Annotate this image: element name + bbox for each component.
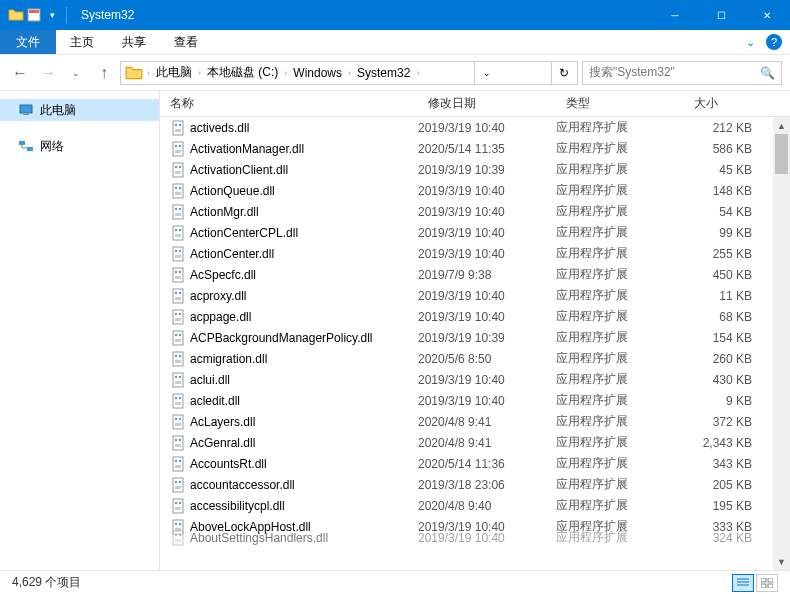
file-row[interactable]: accessibilitycpl.dll2020/4/8 9:40应用程序扩展1…	[160, 495, 790, 516]
file-row[interactable]: acppage.dll2019/3/19 10:40应用程序扩展68 KB	[160, 306, 790, 327]
tab-home[interactable]: 主页	[56, 30, 108, 54]
dropdown-icon[interactable]: ⌄	[474, 62, 498, 84]
file-row[interactable]: ACPBackgroundManagerPolicy.dll2019/3/19 …	[160, 327, 790, 348]
svg-rect-61	[175, 402, 181, 405]
breadcrumb[interactable]: System32	[353, 62, 414, 84]
file-row[interactable]: acmigration.dll2020/5/6 8:50应用程序扩展260 KB	[160, 348, 790, 369]
dll-file-icon	[170, 204, 186, 220]
file-row[interactable]: ActionMgr.dll2019/3/19 10:40应用程序扩展54 KB	[160, 201, 790, 222]
refresh-icon[interactable]: ↻	[551, 62, 575, 84]
chevron-right-icon[interactable]: ›	[282, 68, 289, 78]
file-date: 2019/3/19 10:40	[418, 531, 556, 545]
chevron-right-icon[interactable]: ›	[414, 68, 421, 78]
file-size: 586 KB	[684, 142, 756, 156]
file-row[interactable]: accountaccessor.dll2019/3/18 23:06应用程序扩展…	[160, 474, 790, 495]
svg-rect-77	[175, 486, 181, 489]
qat-dropdown-icon[interactable]: ▾	[44, 7, 60, 23]
breadcrumb[interactable]: 此电脑	[152, 62, 196, 84]
nav-item-label: 此电脑	[40, 102, 76, 119]
tab-view[interactable]: 查看	[160, 30, 212, 54]
file-size: 430 KB	[684, 373, 756, 387]
file-row[interactable]: acproxy.dll2019/3/19 10:40应用程序扩展11 KB	[160, 285, 790, 306]
svg-point-44	[179, 312, 181, 314]
svg-point-12	[179, 144, 181, 146]
search-icon[interactable]: 🔍	[760, 66, 775, 80]
file-row[interactable]: AccountsRt.dll2020/5/14 11:36应用程序扩展343 K…	[160, 453, 790, 474]
svg-rect-89	[175, 539, 181, 542]
file-row[interactable]: ActionQueue.dll2019/3/19 10:40应用程序扩展148 …	[160, 180, 790, 201]
dll-file-icon	[170, 141, 186, 157]
svg-point-7	[175, 123, 177, 125]
file-name: activeds.dll	[190, 121, 249, 135]
search-input[interactable]: 搜索"System32" 🔍	[582, 61, 782, 85]
breadcrumb[interactable]: 本地磁盘 (C:)	[203, 62, 282, 84]
folder-icon	[125, 64, 143, 82]
scroll-up-icon[interactable]: ▲	[773, 117, 790, 134]
nav-network[interactable]: 网络	[0, 135, 159, 157]
recent-locations-icon[interactable]: ⌄	[64, 61, 88, 85]
back-button[interactable]: ←	[8, 61, 32, 85]
file-row[interactable]: AboutSettingsHandlers.dll2019/3/19 10:40…	[160, 527, 790, 548]
file-type: 应用程序扩展	[556, 266, 684, 283]
svg-rect-69	[175, 444, 181, 447]
file-row[interactable]: activeds.dll2019/3/19 10:40应用程序扩展212 KB	[160, 117, 790, 138]
maximize-button[interactable]: ☐	[698, 0, 744, 30]
nav-this-pc[interactable]: 此电脑	[0, 99, 159, 121]
breadcrumb[interactable]: Windows	[289, 62, 346, 84]
properties-icon[interactable]	[26, 7, 42, 23]
search-placeholder: 搜索"System32"	[589, 64, 675, 81]
scrollbar-thumb[interactable]	[775, 134, 788, 174]
up-button[interactable]: ↑	[92, 61, 116, 85]
svg-point-39	[175, 291, 177, 293]
chevron-right-icon[interactable]: ›	[346, 68, 353, 78]
file-name: ActionCenter.dll	[190, 247, 274, 261]
svg-rect-73	[175, 465, 181, 468]
minimize-button[interactable]: ─	[652, 0, 698, 30]
svg-rect-14	[173, 163, 183, 177]
svg-point-59	[175, 396, 177, 398]
tab-share[interactable]: 共享	[108, 30, 160, 54]
file-row[interactable]: ActivationManager.dll2020/5/14 11:35应用程序…	[160, 138, 790, 159]
forward-button[interactable]: →	[36, 61, 60, 85]
file-row[interactable]: AcLayers.dll2020/4/8 9:41应用程序扩展372 KB	[160, 411, 790, 432]
file-list[interactable]: activeds.dll2019/3/19 10:40应用程序扩展212 KBA…	[160, 117, 790, 570]
column-date[interactable]: 修改日期	[418, 95, 556, 112]
large-icons-view-button[interactable]	[756, 574, 778, 592]
dll-file-icon	[170, 435, 186, 451]
column-size[interactable]: 大小	[684, 95, 756, 112]
status-bar: 4,629 个项目	[0, 570, 790, 594]
vertical-scrollbar[interactable]: ▲ ▼	[773, 117, 790, 570]
dll-file-icon	[170, 330, 186, 346]
file-size: 343 KB	[684, 457, 756, 471]
ribbon-expand-icon[interactable]: ⌄	[738, 30, 762, 54]
file-row[interactable]: AcGenral.dll2020/4/8 9:41应用程序扩展2,343 KB	[160, 432, 790, 453]
details-view-button[interactable]	[732, 574, 754, 592]
close-button[interactable]: ✕	[744, 0, 790, 30]
scrollbar-track[interactable]	[773, 134, 790, 553]
chevron-right-icon[interactable]: ›	[145, 68, 152, 78]
file-row[interactable]: ActivationClient.dll2019/3/19 10:39应用程序扩…	[160, 159, 790, 180]
file-type: 应用程序扩展	[556, 329, 684, 346]
column-type[interactable]: 类型	[556, 95, 684, 112]
file-tab[interactable]: 文件	[0, 30, 56, 54]
file-row[interactable]: acledit.dll2019/3/19 10:40应用程序扩展9 KB	[160, 390, 790, 411]
svg-point-28	[179, 228, 181, 230]
file-row[interactable]: aclui.dll2019/3/19 10:40应用程序扩展430 KB	[160, 369, 790, 390]
file-row[interactable]: ActionCenterCPL.dll2019/3/19 10:40应用程序扩展…	[160, 222, 790, 243]
window-title: System32	[71, 8, 652, 22]
svg-point-55	[175, 375, 177, 377]
column-name[interactable]: 名称	[160, 95, 418, 112]
address-bar[interactable]: › 此电脑 › 本地磁盘 (C:) › Windows › System32 ›…	[120, 61, 578, 85]
dll-file-icon	[170, 351, 186, 367]
file-row[interactable]: AcSpecfc.dll2019/7/9 9:38应用程序扩展450 KB	[160, 264, 790, 285]
file-list-panel: 名称 修改日期 类型 大小 activeds.dll2019/3/19 10:4…	[160, 91, 790, 570]
help-icon[interactable]: ?	[766, 34, 782, 50]
file-name: accountaccessor.dll	[190, 478, 295, 492]
item-count: 4,629 个项目	[12, 574, 81, 591]
this-pc-icon	[18, 102, 34, 118]
svg-rect-26	[173, 226, 183, 240]
scroll-down-icon[interactable]: ▼	[773, 553, 790, 570]
file-date: 2019/3/19 10:40	[418, 121, 556, 135]
chevron-right-icon[interactable]: ›	[196, 68, 203, 78]
file-row[interactable]: ActionCenter.dll2019/3/19 10:40应用程序扩展255…	[160, 243, 790, 264]
